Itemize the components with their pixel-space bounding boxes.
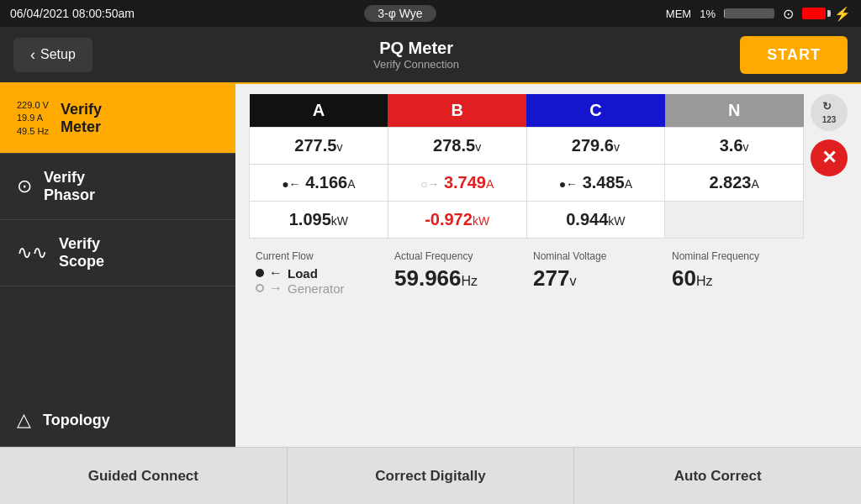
sidebar-item-verify-phasor[interactable]: ⊙ Verify Phasor — [0, 154, 235, 220]
sidebar-topology-label: Topology — [43, 412, 110, 429]
power-n-empty — [665, 202, 804, 239]
bottom-bar: Guided Connect Correct Digitally Auto Co… — [0, 447, 861, 504]
voltage-b: 278.5v — [388, 128, 526, 165]
mem-percent: 1% — [700, 8, 716, 20]
mem-label: MEM — [666, 8, 691, 20]
gen-arrow-icon: → — [269, 281, 283, 296]
load-arrow-icon: ← — [269, 265, 283, 281]
sidebar-scope-label: Verify Scope — [59, 235, 104, 270]
page-subtitle: Verify Connection — [92, 58, 741, 71]
error-button[interactable]: ✕ — [811, 139, 848, 176]
nominal-voltage-block: Nominal Voltage 277v — [526, 247, 665, 295]
current-b: ○→ 3.749A — [388, 165, 526, 202]
sidebar-voltage: 229.0 V — [17, 99, 49, 112]
power-c: 0.944kW — [526, 202, 665, 239]
back-chevron-icon: ‹ — [30, 46, 35, 64]
datetime-label: 06/04/2021 08:00:50am — [10, 7, 135, 20]
sidebar-phasor-label: Verify Phasor — [44, 169, 95, 204]
wifi-icon: ⊙ — [783, 6, 794, 22]
current-c: ●← 3.485A — [526, 165, 665, 202]
power-row: 1.095kW -0.972kW 0.944kW — [250, 202, 804, 239]
voltage-a: 277.5v — [250, 128, 388, 165]
current-flow-label: Current Flow — [256, 250, 381, 262]
sidebar-active-info: 229.0 V 19.9 A 49.5 Hz — [17, 99, 49, 138]
scope-icon: ∿∿ — [17, 242, 47, 264]
battery-bolt-icon: ⚡ — [834, 6, 851, 22]
page-title: PQ Meter — [92, 39, 741, 58]
power-a: 1.095kW — [250, 202, 388, 239]
setup-label: Setup — [40, 47, 76, 62]
nominal-freq-value: 60Hz — [672, 265, 797, 291]
guided-connect-button[interactable]: Guided Connect — [0, 448, 288, 504]
battery-body — [802, 8, 826, 19]
col-header-n: N — [665, 94, 804, 128]
battery-tip — [827, 10, 831, 17]
current-row: ●← 4.166A ○→ 3.749A ●← 3.485A 2.823A — [250, 165, 804, 202]
topology-icon: △ — [17, 409, 31, 431]
sidebar-item-verify-meter[interactable]: 229.0 V 19.9 A 49.5 Hz Verify Meter — [0, 84, 235, 154]
mem-bar — [724, 8, 774, 18]
gen-dot-icon — [256, 284, 264, 292]
load-label: Load — [288, 266, 318, 281]
nominal-voltage-label: Nominal Voltage — [533, 250, 658, 262]
flow-load: ← Load — [256, 265, 381, 281]
mode-label: 3-φ Wye — [378, 7, 422, 20]
main-area: 229.0 V 19.9 A 49.5 Hz Verify Meter ⊙ Ve… — [0, 84, 861, 447]
nominal-freq-label: Nominal Frequency — [672, 250, 797, 262]
error-x-icon: ✕ — [821, 147, 837, 169]
nominal-voltage-value: 277v — [533, 265, 658, 291]
actual-freq-value: 59.966Hz — [394, 265, 520, 291]
flow-generator: → Generator — [256, 281, 381, 296]
sidebar: 229.0 V 19.9 A 49.5 Hz Verify Meter ⊙ Ve… — [0, 84, 235, 447]
correct-digitally-button[interactable]: Correct Digitally — [288, 448, 575, 504]
sidebar-current: 19.9 A — [17, 112, 49, 124]
header-title-block: PQ Meter Verify Connection — [92, 39, 741, 71]
sidebar-verify-meter-label: Verify Meter — [61, 101, 102, 136]
sidebar-item-verify-scope[interactable]: ∿∿ Verify Scope — [0, 220, 235, 286]
content-inner: A B C N 277.5v 278.5 — [249, 94, 848, 299]
sidebar-item-topology[interactable]: △ Topology — [0, 394, 235, 447]
measurement-table-area: A B C N 277.5v 278.5 — [249, 94, 804, 299]
col-header-a: A — [250, 94, 388, 128]
start-button[interactable]: START — [740, 36, 848, 74]
actual-freq-label: Actual Frequency — [394, 250, 520, 262]
setup-button[interactable]: ‹ Setup — [13, 38, 92, 72]
right-indicators: ↻123 ✕ — [804, 94, 848, 299]
current-a: ●← 4.166A — [250, 165, 388, 202]
battery-icon: ⚡ — [802, 6, 851, 22]
rotate-icon: ↻123 — [822, 100, 837, 125]
info-row: Current Flow ← Load → Generator — [249, 247, 804, 299]
voltage-c: 279.6v — [526, 128, 665, 165]
current-flow-block: Current Flow ← Load → Generator — [249, 247, 388, 299]
col-header-c: C — [526, 94, 665, 128]
gen-label: Generator — [288, 281, 345, 296]
auto-correct-button[interactable]: Auto Correct — [574, 448, 861, 504]
load-dot-icon — [256, 269, 264, 277]
col-header-b: B — [388, 94, 526, 128]
header: ‹ Setup PQ Meter Verify Connection START — [0, 27, 861, 84]
measurement-table: A B C N 277.5v 278.5 — [249, 94, 804, 239]
status-bar: 06/04/2021 08:00:50am 3-φ Wye MEM 1% ⊙ ⚡ — [0, 0, 861, 27]
current-n: 2.823A — [665, 165, 804, 202]
actual-freq-block: Actual Frequency 59.966Hz — [388, 247, 526, 295]
voltage-row: 277.5v 278.5v 279.6v 3.6v — [250, 128, 804, 165]
content-area: A B C N 277.5v 278.5 — [235, 84, 861, 447]
mem-bar-fill — [724, 8, 725, 18]
voltage-n: 3.6v — [665, 128, 804, 165]
power-b: -0.972kW — [388, 202, 526, 239]
nominal-freq-block: Nominal Frequency 60Hz — [665, 247, 804, 295]
rotate-button[interactable]: ↻123 — [811, 94, 848, 131]
sidebar-freq: 49.5 Hz — [17, 125, 49, 138]
phasor-icon: ⊙ — [17, 176, 32, 197]
